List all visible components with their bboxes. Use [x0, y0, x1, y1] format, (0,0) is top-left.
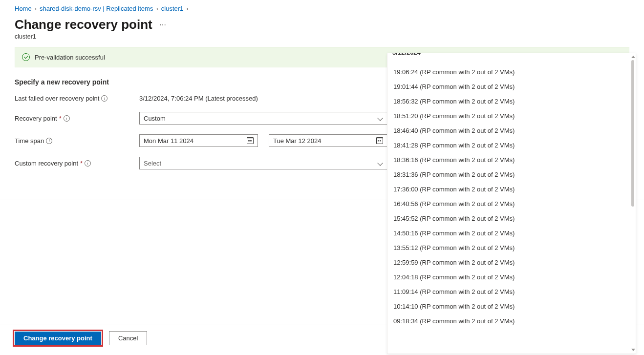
change-recovery-point-button[interactable]: Change recovery point [15, 332, 101, 345]
dropdown-item[interactable]: 15:45:52 (RP common with 2 out of 2 VMs) [387, 211, 628, 226]
dropdown-item[interactable]: 14:50:16 (RP common with 2 out of 2 VMs) [387, 226, 628, 240]
required-asterisk: * [80, 160, 83, 167]
time-to-input[interactable]: Tue Mar 12 2024 [269, 134, 387, 147]
scrollbar-thumb[interactable] [631, 60, 634, 207]
calendar-icon [247, 137, 254, 144]
dropdown-date-header: 3/12/2024 [392, 53, 628, 56]
more-actions-button[interactable]: ⋯ [159, 21, 167, 29]
breadcrumb-cluster[interactable]: cluster1 [161, 5, 184, 12]
info-icon[interactable]: i [64, 115, 70, 122]
time-from-value: Mon Mar 11 2024 [144, 137, 193, 145]
breadcrumb-rsv[interactable]: shared-disk-demo-rsv | Replicated items [40, 5, 153, 12]
time-to-value: Tue Mar 12 2024 [273, 137, 322, 145]
dropdown-item[interactable]: 13:55:12 (RP common with 2 out of 2 VMs) [387, 240, 628, 255]
chevron-right-icon: › [35, 5, 37, 12]
dropdown-item[interactable]: 19:01:44 (RP common with 2 out of 2 VMs) [387, 79, 628, 94]
recovery-point-value: Custom [144, 115, 166, 122]
dropdown-item[interactable]: 18:46:40 (RP common with 2 out of 2 VMs) [387, 123, 628, 138]
chevron-down-icon [377, 160, 383, 166]
dropdown-item[interactable]: 16:40:56 (RP common with 2 out of 2 VMs) [387, 196, 628, 211]
dropdown-item[interactable]: 18:36:16 (RP common with 2 out of 2 VMs) [387, 152, 628, 167]
dropdown-item[interactable]: 18:41:28 (RP common with 2 out of 2 VMs) [387, 138, 628, 152]
info-icon[interactable]: i [46, 138, 52, 144]
dropdown-item[interactable]: 19:06:24 (RP common with 2 out of 2 VMs) [387, 64, 628, 79]
label-recovery-point: Recovery point [15, 115, 57, 122]
calendar-icon [376, 137, 383, 144]
dropdown-item[interactable]: 10:14:10 (RP common with 2 out of 2 VMs) [387, 299, 628, 313]
value-last-failed: 3/12/2024, 7:06:24 PM (Latest processed) [139, 95, 258, 102]
dropdown-item[interactable]: 11:09:14 (RP common with 2 out of 2 VMs) [387, 284, 628, 299]
time-from-input[interactable]: Mon Mar 11 2024 [139, 134, 258, 147]
chevron-right-icon: › [156, 5, 158, 12]
scroll-down-icon[interactable] [630, 348, 635, 353]
dropdown-item[interactable]: 18:56:32 (RP common with 2 out of 2 VMs) [387, 94, 628, 108]
custom-rp-placeholder: Select [144, 160, 161, 167]
banner-text: Pre-validation successful [35, 54, 105, 61]
page-subtitle: cluster1 [0, 32, 644, 47]
dropdown-item[interactable]: 09:18:34 (RP common with 2 out of 2 VMs) [387, 313, 628, 328]
custom-rp-dropdown-list[interactable]: 3/12/2024 19:06:24 (RP common with 2 out… [387, 53, 628, 354]
check-circle-icon [22, 53, 30, 61]
label-time-span: Time span [15, 137, 44, 145]
label-last-failed: Last failed over recovery point [15, 95, 99, 102]
dropdown-item[interactable]: 12:04:18 (RP common with 2 out of 2 VMs) [387, 270, 628, 284]
custom-rp-dropdown-panel: 3/12/2024 19:06:24 (RP common with 2 out… [387, 53, 636, 354]
info-icon[interactable]: i [101, 95, 107, 102]
chevron-right-icon: › [186, 5, 188, 12]
page-title: Change recovery point [15, 17, 152, 32]
dropdown-item[interactable]: 17:36:00 (RP common with 2 out of 2 VMs) [387, 182, 628, 196]
breadcrumb-home[interactable]: Home [15, 5, 32, 12]
dropdown-item[interactable]: 18:51:20 (RP common with 2 out of 2 VMs) [387, 108, 628, 123]
dropdown-item[interactable]: 18:31:36 (RP common with 2 out of 2 VMs) [387, 167, 628, 182]
dropdown-item[interactable]: 12:59:59 (RP common with 2 out of 2 VMs) [387, 255, 628, 270]
cancel-button[interactable]: Cancel [109, 331, 147, 345]
breadcrumb: Home › shared-disk-demo-rsv | Replicated… [0, 0, 644, 15]
required-asterisk: * [59, 115, 62, 122]
chevron-down-icon [377, 115, 383, 121]
recovery-point-select[interactable]: Custom [139, 112, 387, 125]
info-icon[interactable]: i [85, 160, 91, 167]
label-custom-rp: Custom recovery point [15, 160, 78, 167]
custom-rp-select[interactable]: Select [139, 157, 387, 169]
